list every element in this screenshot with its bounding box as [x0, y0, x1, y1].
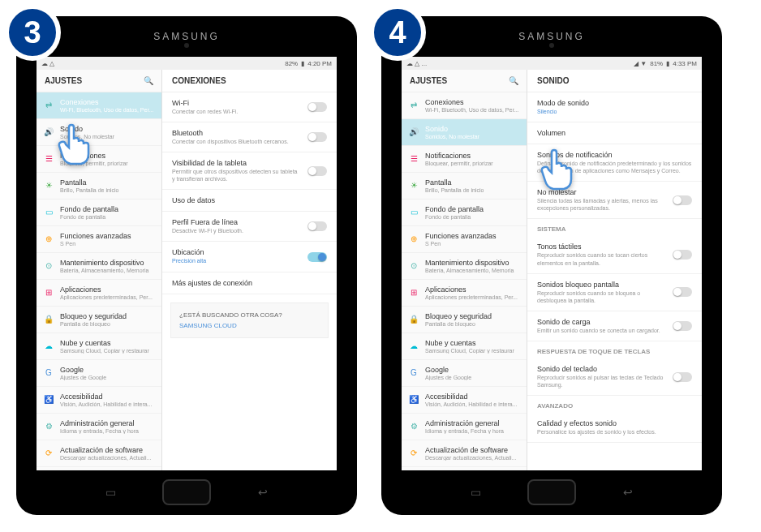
menu-item-title: Sonido	[60, 125, 155, 133]
sidebar-item-accesibilidad[interactable]: ♿ Accesibilidad Visión, Audición, Habili…	[402, 387, 527, 414]
sidebar-item-fondo-de-pantalla[interactable]: ▭ Fondo de pantalla Fondo de pantalla	[402, 200, 527, 226]
sidebar-item-nube-y-cuentas[interactable]: ☁ Nube y cuentas Samsung Cloud, Copiar y…	[37, 333, 161, 360]
sidebar-item-aplicaciones[interactable]: ⊞ Aplicaciones Aplicaciones predetermina…	[37, 280, 161, 307]
sidebar-item-aplicaciones[interactable]: ⊞ Aplicaciones Aplicaciones predetermina…	[402, 280, 527, 307]
menu-item-title: Mantenimiento dispositivo	[425, 259, 520, 267]
detail-item-no-molestar[interactable]: No molestarSilencia todas las llamadas y…	[527, 182, 702, 219]
toggle-switch[interactable]	[673, 250, 692, 260]
detail-item-sonido-del-teclado[interactable]: Sonido del tecladoReproducir sonidos al …	[527, 358, 702, 396]
sidebar-item-funciones-avanzadas[interactable]: ⊕ Funciones avanzadas S Pen	[37, 226, 161, 253]
detail-item-sonidos-de-notificación[interactable]: Sonidos de notificaciónDefina el sonido …	[527, 144, 702, 182]
menu-item-title: Funciones avanzadas	[60, 232, 155, 240]
menu-text: Conexiones Wi-Fi, Bluetooth, Uso de dato…	[425, 98, 520, 113]
detail-title: Modo de sonido	[537, 99, 692, 107]
detail-title: Sonido del teclado	[537, 365, 666, 373]
search-icon[interactable]: 🔍	[144, 76, 153, 85]
camera-dot	[184, 43, 189, 48]
toggle-switch[interactable]	[673, 195, 692, 205]
sidebar-item-pantalla[interactable]: ☀ Pantalla Brillo, Pantalla de inicio	[37, 173, 161, 200]
sidebar-item-notificaciones[interactable]: ☰ Notificaciones Bloquear, permitir, pri…	[37, 146, 161, 173]
detail-title: Volumen	[537, 129, 692, 137]
menu-text: Pantalla Brillo, Pantalla de inicio	[425, 178, 520, 193]
sidebar-item-administración-general[interactable]: ⚙ Administración general Idioma y entrad…	[402, 414, 527, 440]
menu-icon: ♿	[408, 393, 419, 405]
toggle-switch[interactable]	[307, 166, 327, 176]
home-button[interactable]	[527, 479, 576, 505]
detail-item-calidad-y-efectos-sonido[interactable]: Calidad y efectos sonidoPersonalice los …	[527, 413, 702, 443]
toggle-switch[interactable]	[307, 221, 327, 231]
sidebar-item-google[interactable]: G Google Ajustes de Google	[402, 360, 527, 387]
menu-text: Notificaciones Bloquear, permitir, prior…	[425, 152, 520, 166]
sidebar-item-conexiones[interactable]: ⇄ Conexiones Wi-Fi, Bluetooth, Uso de da…	[402, 92, 527, 119]
sidebar-item-mantenimiento-dispositivo[interactable]: ⊙ Mantenimiento dispositivo Batería, Alm…	[402, 253, 527, 280]
detail-text: UbicaciónPrecisión alta	[172, 248, 301, 264]
menu-icon: ☀	[408, 179, 419, 191]
detail-sub: Desactive Wi-Fi y Bluetooth.	[172, 227, 301, 234]
home-button[interactable]	[162, 479, 211, 505]
menu-icon: G	[43, 367, 54, 378]
detail-item-perfil-fuera-de-línea[interactable]: Perfil Fuera de líneaDesactive Wi-Fi y B…	[162, 212, 337, 242]
toggle-switch[interactable]	[673, 287, 692, 297]
menu-item-title: Aplicaciones	[425, 285, 520, 294]
toggle-switch[interactable]	[673, 321, 692, 331]
nav-back-icon[interactable]: ↩	[623, 486, 633, 499]
sidebar-item-manual-del-usuario[interactable]: 📖 Manual del usuario Manual del usuario	[402, 467, 527, 470]
sidebar-item-google[interactable]: G Google Ajustes de Google	[37, 360, 161, 387]
detail-item-visibilidad-de-la-tableta[interactable]: Visibilidad de la tabletaPermitir que ot…	[162, 152, 337, 190]
detail-item-sonidos-bloqueo-pantalla[interactable]: Sonidos bloqueo pantallaReproducir sonid…	[527, 274, 702, 311]
sidebar-item-fondo-de-pantalla[interactable]: ▭ Fondo de pantalla Fondo de pantalla	[37, 200, 161, 226]
nav-recent-icon[interactable]: ▭	[471, 486, 481, 499]
nav-recent-icon[interactable]: ▭	[105, 486, 116, 499]
sidebar-item-mantenimiento-dispositivo[interactable]: ⊙ Mantenimiento dispositivo Batería, Alm…	[37, 253, 161, 280]
menu-item-sub: Brillo, Pantalla de inicio	[60, 187, 155, 193]
menu-text: Administración general Idioma y entrada,…	[425, 419, 520, 434]
toggle-switch[interactable]	[673, 372, 692, 382]
sidebar-item-sonido[interactable]: 🔊 Sonido Sonidos, No molestar	[402, 119, 527, 146]
sidebar-item-funciones-avanzadas[interactable]: ⊕ Funciones avanzadas S Pen	[402, 226, 527, 253]
detail-item-más-ajustes-de-conexión[interactable]: Más ajustes de conexión	[162, 272, 337, 294]
menu-icon: ⊕	[408, 233, 419, 244]
step-3-wrapper: 3 SAMSUNG ☁ △ 82% ▮ 4:20 PM AJUSTES 🔍 ⇄	[16, 16, 357, 515]
menu-text: Google Ajustes de Google	[60, 366, 155, 380]
sidebar-item-administración-general[interactable]: ⚙ Administración general Idioma y entrad…	[37, 414, 161, 440]
sidebar-item-bloqueo-y-seguridad[interactable]: 🔒 Bloqueo y seguridad Pantalla de bloque…	[37, 307, 161, 333]
menu-text: Fondo de pantalla Fondo de pantalla	[425, 205, 520, 220]
menu-icon: ☀	[43, 179, 54, 191]
sidebar-item-conexiones[interactable]: ⇄ Conexiones Wi-Fi, Bluetooth, Uso de da…	[37, 92, 161, 119]
status-left: ☁ △	[41, 60, 54, 67]
menu-text: Conexiones Wi-Fi, Bluetooth, Uso de dato…	[60, 98, 155, 113]
detail-item-wi-fi[interactable]: Wi-FiConectar con redes Wi-Fi.	[162, 92, 337, 122]
sidebar-item-bloqueo-y-seguridad[interactable]: 🔒 Bloqueo y seguridad Pantalla de bloque…	[402, 307, 527, 333]
sidebar-item-pantalla[interactable]: ☀ Pantalla Brillo, Pantalla de inicio	[402, 173, 527, 200]
promo-link[interactable]: SAMSUNG CLOUD	[179, 322, 320, 329]
sidebar-item-notificaciones[interactable]: ☰ Notificaciones Bloquear, permitir, pri…	[402, 146, 527, 173]
toggle-switch[interactable]	[307, 252, 327, 262]
sidebar-item-actualización-de-software[interactable]: ⟳ Actualización de software Descargar ac…	[402, 440, 527, 467]
search-icon[interactable]: 🔍	[509, 76, 518, 85]
menu-item-sub: Bloquear, permitir, priorizar	[425, 161, 520, 166]
detail-header: SONIDO	[527, 70, 702, 92]
sidebar-item-nube-y-cuentas[interactable]: ☁ Nube y cuentas Samsung Cloud, Copiar y…	[402, 333, 527, 360]
detail-text: Visibilidad de la tabletaPermitir que ot…	[172, 159, 301, 182]
menu-icon: ⟳	[408, 447, 419, 458]
detail-item-uso-de-datos[interactable]: Uso de datos	[162, 190, 337, 212]
menu-item-sub: Samsung Cloud, Copiar y restaurar	[60, 348, 155, 354]
detail-item-ubicación[interactable]: UbicaciónPrecisión alta	[162, 242, 337, 272]
detail-title: Más ajustes de conexión	[172, 279, 327, 287]
tablet-frame: SAMSUNG ☁ △ ... ◢ ▼ 81% ▮ 4:33 PM AJUSTE…	[381, 16, 722, 515]
promo-box[interactable]: ¿ESTÁ BUSCANDO OTRA COSA? SAMSUNG CLOUD	[170, 302, 329, 338]
sidebar-item-sonido[interactable]: 🔊 Sonido Sonidos, No molestar	[37, 119, 161, 146]
detail-item-tonos-táctiles[interactable]: Tonos táctilesReproducir sonidos cuando …	[527, 236, 702, 273]
toggle-switch[interactable]	[307, 132, 327, 142]
sidebar-item-actualización-de-software[interactable]: ⟳ Actualización de software Descargar ac…	[37, 440, 161, 467]
menu-item-sub: Idioma y entrada, Fecha y hora	[425, 428, 520, 434]
detail-text: BluetoothConectar con dispositivos Bluet…	[172, 129, 301, 145]
sidebar-item-accesibilidad[interactable]: ♿ Accesibilidad Visión, Audición, Habili…	[37, 387, 161, 414]
nav-back-icon[interactable]: ↩	[258, 486, 268, 499]
detail-item-volumen[interactable]: Volumen	[527, 122, 702, 144]
sidebar-item-manual-del-usuario[interactable]: 📖 Manual del usuario Manual del usuario	[37, 467, 161, 470]
detail-item-bluetooth[interactable]: BluetoothConectar con dispositivos Bluet…	[162, 122, 337, 152]
detail-item-sonido-de-carga[interactable]: Sonido de cargaEmitir un sonido cuando s…	[527, 311, 702, 341]
detail-item-modo-de-sonido[interactable]: Modo de sonidoSilencio	[527, 92, 702, 122]
toggle-switch[interactable]	[307, 102, 327, 112]
